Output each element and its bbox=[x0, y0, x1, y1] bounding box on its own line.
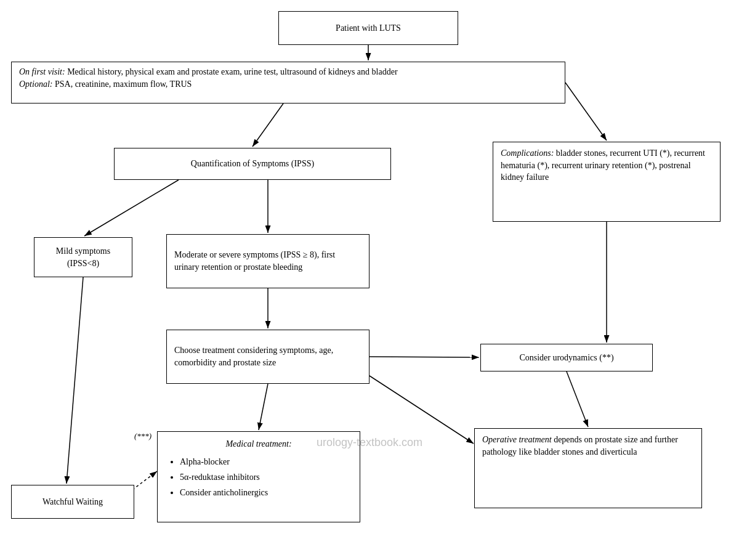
operative-treatment-box: Operative treatment depends on prostate … bbox=[474, 428, 702, 508]
patient-box: Patient with LUTS bbox=[278, 11, 458, 45]
svg-line-14 bbox=[132, 471, 157, 490]
optional-prefix: Optional: bbox=[19, 79, 52, 89]
operative-label: Operative treatment depends on prostate … bbox=[482, 435, 678, 457]
watermark: urology-textbook.com bbox=[317, 436, 422, 449]
moderate-label: Moderate or severe symptoms (IPSS ≥ 8), … bbox=[174, 249, 361, 273]
bullet-anticholinergics: Consider anticholinergics bbox=[180, 485, 350, 500]
urodynamics-label: Consider urodynamics (**) bbox=[519, 352, 613, 364]
svg-line-4 bbox=[565, 83, 607, 140]
first-visit-line1: On first visit: Medical history, physica… bbox=[19, 66, 557, 78]
first-visit-line2: Optional: PSA, creatinine, maximum flow,… bbox=[19, 78, 557, 91]
urodynamics-box: Consider urodynamics (**) bbox=[480, 344, 653, 371]
bullet-5alpha: 5α-reduktase inhibitors bbox=[180, 469, 350, 485]
watchful-label: Watchful Waiting bbox=[42, 496, 103, 508]
first-visit-prefix: On first visit: bbox=[19, 67, 65, 76]
watchful-waiting-box: Watchful Waiting bbox=[11, 485, 134, 519]
flowchart: Patient with LUTS On first visit: Medica… bbox=[0, 0, 739, 560]
svg-line-11 bbox=[67, 277, 83, 484]
optional-text: PSA, creatinine, maximum flow, TRUS bbox=[55, 79, 192, 89]
mild-symptoms-box: Mild symptoms (IPSS<8) bbox=[34, 237, 132, 277]
choose-treatment-label: Choose treatment considering symptoms, a… bbox=[174, 344, 361, 368]
quantification-label: Quantification of Symptoms (IPSS) bbox=[191, 158, 314, 170]
svg-line-3 bbox=[252, 103, 283, 147]
moderate-symptoms-box: Moderate or severe symptoms (IPSS ≥ 8), … bbox=[166, 234, 370, 288]
first-visit-main: Medical history, physical exam and prost… bbox=[67, 67, 397, 76]
quantification-box: Quantification of Symptoms (IPSS) bbox=[114, 148, 391, 180]
mild-label: Mild symptoms (IPSS<8) bbox=[41, 245, 126, 269]
svg-line-8 bbox=[370, 357, 479, 357]
complications-label: Complications: bladder stones, recurrent… bbox=[501, 148, 705, 182]
svg-line-10 bbox=[567, 371, 588, 427]
choose-treatment-box: Choose treatment considering symptoms, a… bbox=[166, 330, 370, 384]
svg-line-13 bbox=[370, 376, 474, 444]
svg-line-5 bbox=[84, 180, 179, 236]
bullet-alpha: Alpha-blocker bbox=[180, 454, 350, 469]
complications-box: Complications: bladder stones, recurrent… bbox=[493, 142, 721, 222]
svg-line-12 bbox=[259, 384, 268, 430]
patient-label: Patient with LUTS bbox=[336, 22, 401, 34]
medical-bullets: Alpha-blocker 5α-reduktase inhibitors Co… bbox=[168, 454, 350, 501]
annotation-stars: (***) bbox=[134, 431, 151, 441]
first-visit-box: On first visit: Medical history, physica… bbox=[11, 62, 565, 103]
